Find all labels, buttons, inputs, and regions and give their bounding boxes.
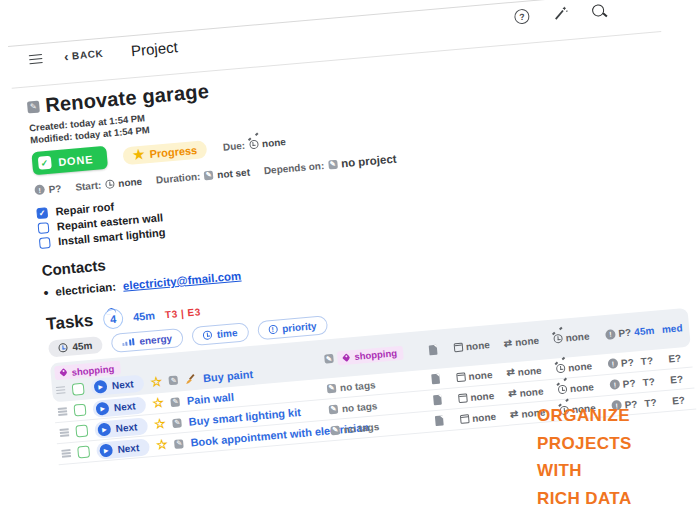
edit-tags-icon xyxy=(330,425,340,435)
chip-total-time[interactable]: 45m xyxy=(48,336,103,358)
note-icon[interactable] xyxy=(431,374,440,385)
back-button[interactable]: BACK xyxy=(64,48,104,62)
done-label: DONE xyxy=(58,153,94,168)
tasks-estimate-counters: T3 | E3 xyxy=(164,306,201,320)
page-title: Project xyxy=(130,38,178,59)
hamburger-menu-icon[interactable] xyxy=(29,54,42,57)
reminder-cell[interactable]: none xyxy=(545,330,598,345)
edit-task-icon[interactable] xyxy=(171,397,181,407)
edit-task-icon[interactable] xyxy=(169,375,179,385)
time-cell[interactable]: T? xyxy=(633,354,660,367)
tags-cell[interactable]: no tags xyxy=(318,416,427,436)
start-value[interactable]: none xyxy=(118,175,143,188)
drag-handle-icon[interactable] xyxy=(60,428,69,430)
alarm-icon xyxy=(249,140,259,150)
time-cell[interactable]: T? xyxy=(637,396,664,409)
repeat-cell[interactable]: none xyxy=(498,364,549,379)
time-cell[interactable]: 45m xyxy=(631,325,658,338)
repeat-cell[interactable]: none xyxy=(495,334,546,349)
chip-time[interactable]: time xyxy=(191,322,249,346)
next-button[interactable]: Next xyxy=(96,438,150,460)
note-icon[interactable] xyxy=(429,344,438,355)
chip-energy[interactable]: energy xyxy=(111,328,184,353)
checkbox[interactable] xyxy=(39,237,51,249)
drag-handle-icon[interactable] xyxy=(58,408,67,410)
date-cell[interactable]: none xyxy=(450,389,501,404)
checkbox-checked[interactable] xyxy=(36,207,48,219)
checklist-label: Repair roof xyxy=(55,200,115,217)
star-icon[interactable] xyxy=(151,381,163,382)
marketing-line: RICH DATA xyxy=(537,485,632,513)
energy-cell[interactable]: E? xyxy=(659,351,690,365)
task-title[interactable]: Pain wall xyxy=(186,391,234,407)
depends-value[interactable]: no project xyxy=(341,153,397,170)
priority-cell[interactable]: P? xyxy=(600,356,635,370)
edit-task-icon[interactable] xyxy=(172,418,182,428)
calendar-icon xyxy=(458,393,468,403)
reminder-cell[interactable]: none xyxy=(548,359,601,374)
next-button[interactable]: Next xyxy=(92,396,146,418)
clock-icon xyxy=(203,330,213,340)
energy-cell[interactable]: med xyxy=(657,322,688,336)
task-title[interactable]: Buy paint xyxy=(202,367,253,383)
task-checkbox[interactable] xyxy=(72,382,85,395)
energy-bars-icon xyxy=(122,338,135,347)
edit-depends-icon[interactable] xyxy=(328,159,338,169)
star-icon[interactable] xyxy=(156,445,168,446)
next-button[interactable]: Next xyxy=(90,374,144,396)
priority-cell[interactable]: P? xyxy=(597,327,632,341)
contact-name: electrician: xyxy=(55,281,117,298)
time-cell[interactable]: T? xyxy=(635,375,662,388)
play-icon xyxy=(97,422,111,436)
marketing-line: WITH xyxy=(537,457,632,485)
contact-email-link[interactable]: electricity@fmail.com xyxy=(122,270,241,292)
note-icon[interactable] xyxy=(435,416,444,427)
edit-task-icon[interactable] xyxy=(174,439,184,449)
star-icon xyxy=(133,154,145,155)
repeat-icon xyxy=(506,372,514,373)
check-icon xyxy=(38,156,52,170)
edit-project-icon[interactable] xyxy=(27,100,40,113)
star-icon[interactable] xyxy=(154,424,166,425)
priority-value[interactable]: P? xyxy=(48,182,62,194)
repeat-icon xyxy=(510,414,518,415)
progress-badge[interactable]: Progress xyxy=(122,140,208,165)
reminder-cell[interactable]: none xyxy=(550,380,603,395)
marketing-line: ORGANIZE xyxy=(537,402,632,430)
drag-handle-icon[interactable] xyxy=(61,449,70,451)
task-checkbox[interactable] xyxy=(74,404,87,417)
priority-icon xyxy=(608,358,619,369)
repeat-icon xyxy=(508,393,516,394)
done-button[interactable]: DONE xyxy=(31,146,108,175)
magic-wand-icon[interactable] xyxy=(553,5,569,21)
drag-handle-icon[interactable] xyxy=(56,386,65,388)
task-checkbox[interactable] xyxy=(77,445,90,458)
edit-tags-icon xyxy=(329,404,339,414)
repeat-cell[interactable]: none xyxy=(500,385,551,400)
help-icon[interactable] xyxy=(514,8,530,24)
tags-cell-pill[interactable]: shopping xyxy=(337,345,404,365)
date-cell[interactable]: none xyxy=(446,339,497,354)
next-button[interactable]: Next xyxy=(94,417,148,439)
energy-cell[interactable]: E? xyxy=(661,372,692,386)
clock-icon xyxy=(58,343,68,353)
edit-tags-icon[interactable] xyxy=(324,354,334,364)
priority-cell[interactable]: P? xyxy=(601,377,636,391)
edit-duration-icon[interactable] xyxy=(204,170,214,180)
chip-priority[interactable]: priority xyxy=(256,315,328,340)
bullet-icon xyxy=(43,284,49,300)
checkbox[interactable] xyxy=(38,222,50,234)
alarm-icon xyxy=(558,384,568,394)
duration-value[interactable]: not set xyxy=(217,166,251,180)
star-icon[interactable] xyxy=(152,403,164,404)
due-value[interactable]: none xyxy=(262,136,287,149)
due-label: Due: xyxy=(222,140,245,153)
date-cell[interactable]: none xyxy=(448,368,499,383)
date-cell[interactable]: none xyxy=(452,410,503,425)
alarm-icon xyxy=(553,334,563,344)
task-checkbox[interactable] xyxy=(75,425,88,438)
energy-cell[interactable]: E? xyxy=(663,393,694,407)
priority-icon xyxy=(268,325,278,335)
search-icon[interactable] xyxy=(592,3,605,16)
note-icon[interactable] xyxy=(433,395,442,406)
